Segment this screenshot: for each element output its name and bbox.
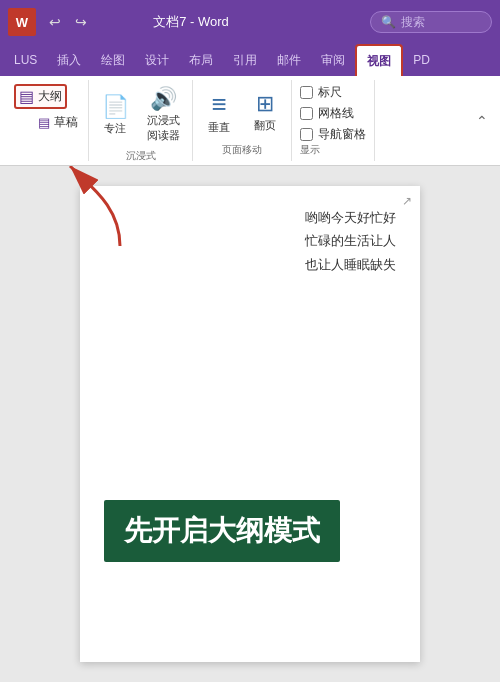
navpane-checkbox[interactable] bbox=[300, 128, 313, 141]
immersive-reader-icon: 🔊 bbox=[150, 88, 177, 110]
tab-reference[interactable]: 引用 bbox=[223, 44, 267, 76]
outline-icon: ▤ bbox=[19, 87, 34, 106]
draft-icon: ▤ bbox=[38, 115, 50, 130]
tab-layout[interactable]: 布局 bbox=[179, 44, 223, 76]
check-ruler[interactable]: 标尺 bbox=[300, 84, 366, 101]
ribbon-collapse-area: ⌃ bbox=[472, 80, 492, 161]
focus-icon: 📄 bbox=[102, 96, 129, 118]
document-page: ↗ 哟哟今天好忙好 忙碌的生活让人 也让人睡眠缺失 先开启大纲模式 bbox=[80, 186, 420, 662]
ribbon-item-focus[interactable]: 📄 专注 bbox=[95, 92, 135, 140]
ribbon-item-flippage[interactable]: ⊞ 翻页 bbox=[245, 89, 285, 137]
group4-label: 显示 bbox=[300, 143, 366, 157]
ribbon-item-outline[interactable]: ▤ 大纲 bbox=[14, 84, 67, 109]
check-navpane[interactable]: 导航窗格 bbox=[300, 126, 366, 143]
ribbon-group-pagemovement: ≡ 垂直 ⊞ 翻页 页面移动 bbox=[193, 80, 292, 161]
document-area: ↗ 哟哟今天好忙好 忙碌的生活让人 也让人睡眠缺失 先开启大纲模式 bbox=[0, 166, 500, 682]
group2-label: 沉浸式 bbox=[126, 149, 156, 163]
flippage-label: 翻页 bbox=[254, 118, 276, 133]
doc-line-3: 也让人睡眠缺失 bbox=[305, 253, 396, 276]
ribbon-item-draft[interactable]: ▤ 草稿 bbox=[34, 112, 82, 133]
tab-design[interactable]: 设计 bbox=[135, 44, 179, 76]
tab-insert[interactable]: 插入 bbox=[47, 44, 91, 76]
flippage-icon: ⊞ bbox=[256, 93, 274, 115]
ribbon-tabs: LUS 插入 绘图 设计 布局 引用 邮件 审阅 视图 PD bbox=[0, 44, 500, 76]
ribbon-collapse-button[interactable]: ⌃ bbox=[476, 113, 488, 129]
tab-lus[interactable]: LUS bbox=[4, 44, 47, 76]
tab-review[interactable]: 审阅 bbox=[311, 44, 355, 76]
window-title: 文档7 - Word bbox=[20, 13, 362, 31]
ribbon-item-immersive-reader[interactable]: 🔊 沉浸式 阅读器 bbox=[141, 84, 186, 147]
focus-label: 专注 bbox=[104, 121, 126, 136]
doc-line-1: 哟哟今天好忙好 bbox=[305, 206, 396, 229]
search-input[interactable] bbox=[401, 15, 481, 29]
search-box[interactable]: 🔍 bbox=[370, 11, 492, 33]
ribbon-item-vertical[interactable]: ≡ 垂直 bbox=[199, 87, 239, 139]
vertical-label: 垂直 bbox=[208, 120, 230, 135]
ribbon-group-immersive: 📄 专注 🔊 沉浸式 阅读器 沉浸式 bbox=[89, 80, 193, 161]
doc-line-2: 忙碌的生活让人 bbox=[305, 229, 396, 252]
corner-mark: ↗ bbox=[402, 194, 412, 208]
vertical-icon: ≡ bbox=[211, 91, 226, 117]
tab-pd[interactable]: PD bbox=[403, 44, 440, 76]
check-gridlines[interactable]: 网格线 bbox=[300, 105, 366, 122]
title-bar: W ↩ ↪ 文档7 - Word 🔍 bbox=[0, 0, 500, 44]
doc-text-right: 哟哟今天好忙好 忙碌的生活让人 也让人睡眠缺失 bbox=[305, 206, 396, 276]
tab-draw[interactable]: 绘图 bbox=[91, 44, 135, 76]
ruler-checkbox[interactable] bbox=[300, 86, 313, 99]
doc-highlight-box: 先开启大纲模式 bbox=[104, 500, 340, 562]
group3-label: 页面移动 bbox=[222, 143, 262, 157]
ribbon-group-display: 标尺 网格线 导航窗格 显示 bbox=[292, 80, 375, 161]
tab-mail[interactable]: 邮件 bbox=[267, 44, 311, 76]
ribbon-content: ▤ 大纲 ▤ 草稿 📄 专注 🔊 沉浸式 阅读器 沉浸式 bbox=[0, 76, 500, 166]
check-items: 标尺 网格线 导航窗格 bbox=[300, 84, 366, 143]
ribbon-group-viewmode: ▤ 大纲 ▤ 草稿 bbox=[8, 80, 89, 161]
tab-view[interactable]: 视图 bbox=[355, 44, 403, 76]
gridlines-checkbox[interactable] bbox=[300, 107, 313, 120]
search-icon: 🔍 bbox=[381, 15, 396, 29]
immersive-reader-label: 沉浸式 阅读器 bbox=[147, 113, 180, 143]
